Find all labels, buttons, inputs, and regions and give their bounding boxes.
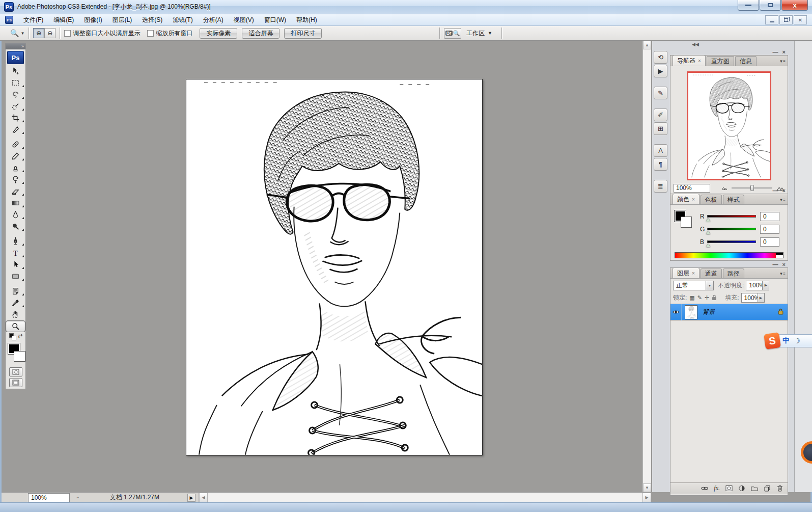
- layer-row-background[interactable]: 背景: [670, 304, 788, 320]
- panel-minimize-icon[interactable]: —: [773, 187, 778, 194]
- history-brush-tool[interactable]: [6, 174, 25, 185]
- chevron-down-icon[interactable]: ▼: [706, 281, 713, 290]
- scroll-up-icon[interactable]: ▲: [643, 41, 651, 49]
- menu-edit[interactable]: 编辑(E): [48, 15, 79, 25]
- dock-expand-icon[interactable]: ◀◀: [692, 42, 699, 47]
- panel-close-icon[interactable]: ×: [782, 49, 786, 55]
- crop-tool[interactable]: [6, 112, 25, 124]
- maximize-button[interactable]: [760, 0, 781, 11]
- adjustment-layer-icon[interactable]: [738, 485, 745, 492]
- history-panel-button[interactable]: ⟲: [654, 51, 667, 64]
- shape-tool[interactable]: [6, 271, 25, 282]
- slider-handle[interactable]: [706, 231, 710, 234]
- path-selection-tool[interactable]: [6, 259, 25, 271]
- status-flyout-button[interactable]: ▶: [187, 494, 195, 502]
- red-value-field[interactable]: 0: [760, 212, 779, 221]
- close-button[interactable]: x: [781, 0, 808, 11]
- zoom-tool[interactable]: [6, 320, 25, 332]
- slice-tool[interactable]: [6, 124, 25, 136]
- tab-close-icon[interactable]: ×: [692, 197, 695, 202]
- panel-menu-icon[interactable]: ▼≡: [779, 59, 786, 64]
- vertical-scrollbar[interactable]: ▲ ▼: [642, 41, 651, 492]
- new-layer-icon[interactable]: [764, 485, 771, 492]
- lock-pixels-icon[interactable]: ✎: [697, 294, 702, 301]
- minimize-button[interactable]: [738, 0, 759, 11]
- menu-window[interactable]: 窗口(W): [259, 15, 291, 25]
- doc-minimize-button[interactable]: [765, 15, 778, 24]
- swap-colors-icon[interactable]: ⇄: [18, 333, 22, 339]
- green-value-field[interactable]: 0: [760, 225, 779, 234]
- resize-window-option[interactable]: 调整窗口大小以满屏显示: [64, 29, 140, 38]
- layer-style-icon[interactable]: fx.: [714, 484, 720, 492]
- layer-mask-icon[interactable]: [725, 485, 733, 492]
- tab-styles[interactable]: 样式: [723, 195, 744, 204]
- default-colors-widget[interactable]: ⇄: [6, 332, 25, 340]
- blue-value-field[interactable]: 0: [760, 237, 779, 247]
- quick-selection-tool[interactable]: [6, 100, 25, 112]
- brushes-panel-button[interactable]: ✎: [654, 87, 667, 99]
- panel-minimize-icon[interactable]: —: [773, 261, 778, 267]
- slider-handle[interactable]: [706, 244, 710, 247]
- notes-tool[interactable]: [6, 285, 25, 297]
- zoom-all-option[interactable]: 缩放所有窗口: [147, 29, 192, 38]
- link-layers-icon[interactable]: [701, 485, 708, 492]
- blend-mode-select[interactable]: 正常 ▼: [673, 281, 714, 290]
- menu-image[interactable]: 图像(I): [79, 15, 107, 25]
- move-tool[interactable]: [6, 65, 25, 77]
- scroll-down-icon[interactable]: ▼: [643, 483, 651, 492]
- tab-paths[interactable]: 路径: [723, 268, 744, 278]
- panel-menu-icon[interactable]: ▼≡: [779, 272, 786, 276]
- zoom-in-toggle[interactable]: ⊕: [33, 28, 44, 38]
- slider-handle[interactable]: [750, 185, 754, 191]
- tab-close-icon[interactable]: ×: [692, 271, 695, 276]
- paragraph-panel-button[interactable]: ¶: [654, 158, 667, 171]
- navigator-zoom-slider[interactable]: [732, 187, 772, 188]
- sogou-logo-icon[interactable]: S: [764, 332, 781, 349]
- lock-transparency-icon[interactable]: ▦: [689, 294, 694, 301]
- background-color-swatch[interactable]: [14, 351, 25, 362]
- character-panel-button[interactable]: A: [654, 144, 667, 157]
- menu-file[interactable]: 文件(F): [18, 15, 48, 25]
- menu-analysis[interactable]: 分析(A): [198, 15, 229, 25]
- panel-close-icon[interactable]: ×: [782, 261, 786, 267]
- gradient-tool[interactable]: [6, 197, 25, 209]
- menu-filter[interactable]: 滤镜(T): [167, 15, 198, 25]
- current-tool-dropdown[interactable]: 🔍 ▼: [10, 29, 24, 37]
- clone-source-panel-button[interactable]: ✐: [654, 109, 667, 121]
- pen-tool[interactable]: [6, 235, 25, 247]
- dodge-tool[interactable]: [6, 221, 25, 232]
- horizontal-scrollbar[interactable]: ◀ ▶: [199, 493, 651, 503]
- slider-handle[interactable]: [706, 218, 710, 222]
- opacity-field[interactable]: 100% ▶: [746, 281, 769, 290]
- tab-navigator[interactable]: 导航器 ×: [673, 55, 706, 66]
- hand-tool[interactable]: [6, 309, 25, 320]
- doc-close-button[interactable]: ✕: [794, 15, 807, 24]
- doc-restore-button[interactable]: [779, 15, 793, 24]
- zoom-out-mountain-icon[interactable]: [721, 186, 727, 190]
- ime-bar[interactable]: S 中 ☽: [765, 333, 812, 348]
- menu-layer[interactable]: 图层(L): [107, 15, 137, 25]
- animation-panel-button[interactable]: ⊞: [654, 122, 667, 135]
- workspace-dropdown[interactable]: 工作区 ▼: [461, 29, 497, 38]
- scroll-right-icon[interactable]: ▶: [642, 493, 651, 503]
- eraser-tool[interactable]: [6, 185, 25, 197]
- blur-tool[interactable]: [6, 209, 25, 221]
- scroll-left-icon[interactable]: ◀: [199, 493, 208, 503]
- moon-icon[interactable]: ☽: [794, 337, 800, 345]
- tab-swatches[interactable]: 色板: [701, 195, 722, 204]
- layer-name[interactable]: 背景: [703, 308, 715, 316]
- menu-view[interactable]: 视图(V): [229, 15, 259, 25]
- bridge-button[interactable]: Br 🔍: [444, 28, 461, 39]
- navigator-zoom-field[interactable]: 100%: [674, 184, 710, 193]
- panel-minimize-icon[interactable]: —: [773, 49, 778, 55]
- spectrum-white-end[interactable]: [776, 255, 783, 258]
- green-slider[interactable]: [707, 228, 756, 230]
- measurement-log-panel-button[interactable]: ≣: [654, 180, 667, 193]
- eyedropper-tool[interactable]: [6, 297, 25, 309]
- new-group-icon[interactable]: [751, 485, 758, 492]
- visibility-toggle[interactable]: [670, 304, 682, 320]
- lasso-tool[interactable]: [6, 89, 25, 100]
- brush-tool[interactable]: [6, 150, 25, 162]
- tab-channels[interactable]: 通道: [701, 268, 722, 278]
- tab-info[interactable]: 信息: [735, 56, 757, 66]
